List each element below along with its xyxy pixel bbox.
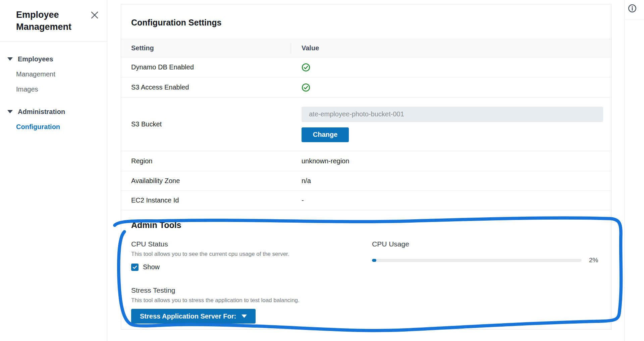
sidebar-section-label: Administration bbox=[18, 108, 65, 116]
caret-down-icon bbox=[241, 315, 247, 318]
setting-label: S3 Bucket bbox=[121, 120, 291, 128]
close-icon[interactable] bbox=[90, 11, 99, 19]
show-checkbox-row[interactable]: Show bbox=[131, 263, 372, 271]
chevron-down-icon bbox=[7, 57, 13, 61]
change-button[interactable]: Change bbox=[302, 127, 349, 142]
sidebar: Employee Management Employees Management… bbox=[0, 0, 107, 341]
table-row: Region unknown-region bbox=[121, 151, 611, 171]
admin-tools-title: Admin Tools bbox=[131, 220, 601, 230]
table-row: EC2 Instance Id - bbox=[121, 191, 611, 210]
s3-bucket-input[interactable] bbox=[302, 107, 603, 122]
setting-value: n/a bbox=[291, 177, 611, 185]
sidebar-section-administration[interactable]: Administration bbox=[0, 104, 107, 119]
setting-label: S3 Access Enabled bbox=[121, 83, 291, 91]
configuration-table: Setting Value Dynamo DB Enabled S3 Acces… bbox=[121, 39, 611, 210]
cpu-usage-progress-fill bbox=[372, 259, 376, 262]
chevron-down-icon bbox=[7, 110, 13, 113]
table-row: S3 Access Enabled bbox=[121, 77, 611, 98]
table-row: Dynamo DB Enabled bbox=[121, 57, 611, 77]
green-check-icon bbox=[302, 63, 310, 72]
sidebar-section-label: Employees bbox=[18, 55, 53, 63]
sidebar-section-employees[interactable]: Employees bbox=[0, 52, 107, 67]
show-checkbox[interactable] bbox=[131, 264, 139, 271]
stress-button-label: Stress Application Server For: bbox=[140, 312, 236, 320]
help-panel-divider bbox=[624, 0, 625, 341]
cpu-status-block: CPU Status This tool allows you to see t… bbox=[131, 239, 372, 324]
app-title: Employee Management bbox=[16, 9, 87, 33]
column-header-setting: Setting bbox=[121, 44, 291, 52]
setting-label: Region bbox=[121, 157, 291, 165]
stress-testing-description: This tool allows you to stress the appli… bbox=[131, 297, 372, 304]
green-check-icon bbox=[302, 83, 310, 92]
cpu-status-title: CPU Status bbox=[131, 239, 372, 249]
cpu-status-description: This tool allows you to see the current … bbox=[131, 250, 372, 258]
setting-value: - bbox=[291, 196, 611, 204]
checkmark-icon bbox=[132, 265, 138, 270]
cpu-usage-progress-bar bbox=[372, 259, 582, 262]
cpu-usage-title: CPU Usage bbox=[372, 239, 601, 249]
stress-application-server-button[interactable]: Stress Application Server For: bbox=[131, 309, 256, 324]
nav-spacer bbox=[0, 97, 107, 104]
stress-testing-block: Stress Testing This tool allows you to s… bbox=[131, 285, 372, 324]
table-row: S3 Bucket Change bbox=[121, 98, 611, 151]
page-title: Configuration Settings bbox=[121, 4, 611, 39]
info-icon[interactable] bbox=[628, 4, 637, 13]
setting-label: EC2 Instance Id bbox=[121, 196, 291, 204]
stress-testing-title: Stress Testing bbox=[131, 285, 372, 295]
configuration-settings-card: Configuration Settings Setting Value Dyn… bbox=[121, 4, 611, 330]
admin-tools-section: Admin Tools CPU Status This tool allows … bbox=[121, 210, 611, 324]
sidebar-header: Employee Management bbox=[0, 0, 107, 42]
sidebar-item-configuration[interactable]: Configuration bbox=[0, 119, 107, 134]
table-row: Availability Zone n/a bbox=[121, 171, 611, 191]
show-checkbox-label: Show bbox=[143, 263, 160, 271]
cpu-usage-block: CPU Usage 2% bbox=[372, 239, 601, 324]
sidebar-item-images[interactable]: Images bbox=[0, 82, 107, 97]
setting-label: Availability Zone bbox=[121, 177, 291, 185]
column-divider bbox=[291, 43, 291, 54]
column-header-value: Value bbox=[291, 44, 319, 52]
sidebar-nav: Employees Management Images Administrati… bbox=[0, 42, 107, 134]
setting-value: unknown-region bbox=[291, 157, 611, 165]
sidebar-item-management[interactable]: Management bbox=[0, 67, 107, 82]
cpu-usage-percent: 2% bbox=[589, 257, 598, 264]
table-header-row: Setting Value bbox=[121, 39, 611, 57]
setting-label: Dynamo DB Enabled bbox=[121, 63, 291, 71]
help-panel-header-divider bbox=[625, 19, 644, 19]
